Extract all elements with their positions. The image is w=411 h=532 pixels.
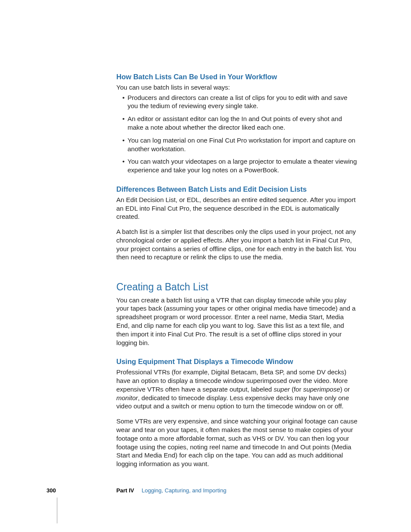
text: ) or [340,386,350,393]
bullet-item: An editor or assistant editor can log th… [122,115,358,132]
italic-super: super [274,386,290,393]
part-title: Logging, Capturing, and Importing [142,487,227,494]
heading-creating: Creating a Batch List [116,280,358,293]
para-equipment-2: Some VTRs are very expensive, and since … [116,417,358,468]
page-footer: 300 Part IV Logging, Capturing, and Impo… [47,487,226,494]
italic-superimpose: superimpose [303,386,340,393]
bullet-item: Producers and directors can create a lis… [122,93,358,111]
para-equipment-1: Professional VTRs (for example, Digital … [116,368,358,411]
bullet-list-workflow: Producers and directors can create a lis… [116,93,358,174]
heading-equipment: Using Equipment That Displays a Timecode… [116,357,358,367]
heading-workflow: How Batch Lists Can Be Used in Your Work… [116,72,358,82]
para-edl: An Edit Decision List, or EDL, describes… [116,196,358,221]
footer-divider [57,498,57,523]
part-label: Part IV [116,487,134,494]
intro-workflow: You can use batch lists in several ways: [116,83,358,92]
page-content: How Batch Lists Can Be Used in Your Work… [116,72,358,468]
text: (for [290,386,303,393]
bullet-item: You can watch your videotapes on a large… [122,157,358,174]
para-batchlist: A batch list is a simpler list that desc… [116,227,358,261]
page-number: 300 [47,487,116,494]
heading-differences: Differences Between Batch Lists and Edit… [116,185,358,194]
italic-monitor: monitor [116,394,138,401]
para-creating: You can create a batch list using a VTR … [116,296,358,347]
bullet-item: You can log material on one Final Cut Pr… [122,136,358,153]
text: , dedicated to timecode display. Less ex… [116,394,349,410]
